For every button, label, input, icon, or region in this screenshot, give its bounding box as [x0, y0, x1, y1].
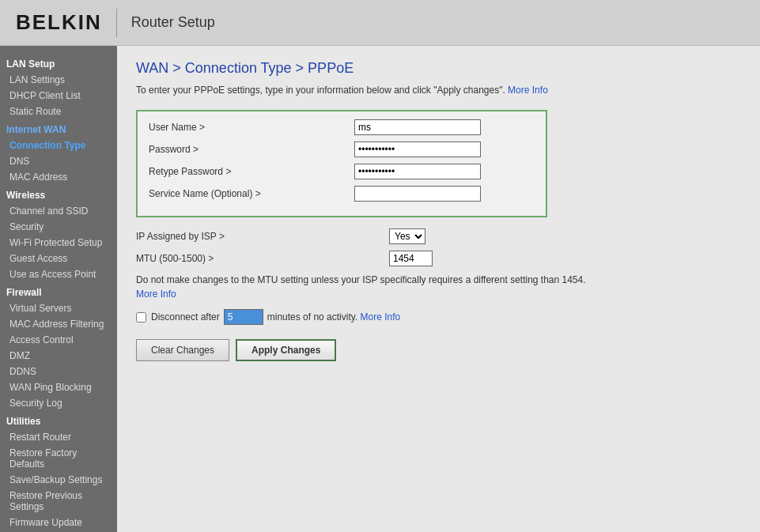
ip-assigned-row: IP Assigned by ISP > Yes No — [136, 228, 741, 244]
mtu-row: MTU (500-1500) > — [136, 251, 741, 266]
sidebar-item-guest-access[interactable]: Guest Access — [0, 251, 117, 266]
mtu-input[interactable] — [389, 251, 433, 266]
sidebar-item-mac-address-filtering[interactable]: MAC Address Filtering — [0, 316, 117, 332]
user-name-row: User Name > — [149, 119, 535, 135]
disconnect-label-before: Disconnect after — [151, 311, 220, 323]
outside-form: IP Assigned by ISP > Yes No MTU (500-150… — [136, 228, 741, 266]
sidebar-section-internet-wan: Internet WAN — [0, 119, 117, 138]
sidebar-item-channel-and-ssid[interactable]: Channel and SSID — [0, 203, 117, 219]
sidebar-item-access-control[interactable]: Access Control — [0, 332, 117, 348]
password-input[interactable] — [354, 141, 481, 157]
user-name-label: User Name > — [149, 122, 354, 133]
service-name-label: Service Name (Optional) > — [149, 188, 354, 199]
sidebar-item-lan-settings[interactable]: LAN Settings — [0, 72, 117, 88]
sidebar-item-ddns[interactable]: DDNS — [0, 364, 117, 379]
disconnect-row: Disconnect after minutes of no activity.… — [136, 309, 741, 325]
retype-password-label: Retype Password > — [149, 166, 354, 177]
main-content: WAN > Connection Type > PPPoE To enter y… — [117, 46, 760, 532]
sidebar: LAN Setup LAN Settings DHCP Client List … — [0, 46, 117, 532]
sidebar-item-use-as-access-point[interactable]: Use as Access Point — [0, 266, 117, 282]
password-label: Password > — [149, 144, 354, 155]
sidebar-item-dns[interactable]: DNS — [0, 153, 117, 169]
password-row: Password > — [149, 141, 535, 157]
sidebar-item-mac-address[interactable]: MAC Address — [0, 169, 117, 185]
service-name-row: Service Name (Optional) > — [149, 186, 535, 202]
sidebar-item-static-route[interactable]: Static Route — [0, 104, 117, 119]
description: To enter your PPPoE settings, type in yo… — [136, 85, 741, 96]
app-title: Router Setup — [131, 14, 215, 31]
mtu-note: Do not make changes to the MTU setting u… — [136, 274, 626, 285]
sidebar-item-restart-router[interactable]: Restart Router — [0, 429, 117, 445]
sidebar-section-wireless: Wireless — [0, 185, 117, 203]
sidebar-item-dmz[interactable]: DMZ — [0, 348, 117, 364]
disconnect-minutes-input[interactable] — [224, 309, 263, 325]
sidebar-item-restore-previous-settings[interactable]: Restore Previous Settings — [0, 488, 117, 515]
belkin-logo: BELKIN — [16, 10, 102, 35]
ip-assigned-label: IP Assigned by ISP > — [136, 231, 389, 242]
layout: LAN Setup LAN Settings DHCP Client List … — [0, 46, 760, 532]
mtu-label: MTU (500-1500) > — [136, 253, 389, 264]
sidebar-item-connection-type[interactable]: Connection Type — [0, 138, 117, 153]
apply-changes-button[interactable]: Apply Changes — [236, 339, 336, 361]
sidebar-item-dhcp-client-list[interactable]: DHCP Client List — [0, 88, 117, 104]
buttons-row: Clear Changes Apply Changes — [136, 339, 741, 361]
description-more-info-link[interactable]: More Info — [508, 85, 548, 96]
page-heading: WAN > Connection Type > PPPoE — [136, 60, 741, 77]
sidebar-section-firewall: Firewall — [0, 282, 117, 300]
sidebar-item-wan-ping-blocking[interactable]: WAN Ping Blocking — [0, 379, 117, 395]
clear-changes-button[interactable]: Clear Changes — [136, 339, 229, 361]
retype-password-input[interactable] — [354, 164, 481, 179]
user-name-input[interactable] — [354, 119, 481, 135]
retype-password-row: Retype Password > — [149, 164, 535, 179]
disconnect-label-after: minutes of no activity. — [267, 311, 358, 323]
sidebar-item-save-backup-settings[interactable]: Save/Backup Settings — [0, 472, 117, 488]
service-name-input[interactable] — [354, 186, 481, 202]
sidebar-section-utilities: Utilities — [0, 411, 117, 429]
mtu-more-info-link[interactable]: More Info — [136, 289, 176, 300]
logo-divider — [116, 9, 117, 37]
sidebar-item-virtual-servers[interactable]: Virtual Servers — [0, 300, 117, 316]
sidebar-section-lan-setup: LAN Setup — [0, 54, 117, 72]
ip-assigned-select[interactable]: Yes No — [389, 228, 425, 244]
disconnect-checkbox[interactable] — [136, 312, 146, 323]
header: BELKIN Router Setup — [0, 0, 760, 46]
sidebar-item-wifi-protected-setup[interactable]: Wi-Fi Protected Setup — [0, 235, 117, 251]
pppoe-form-section: User Name > Password > Retype Password >… — [136, 110, 547, 217]
sidebar-item-security[interactable]: Security — [0, 219, 117, 235]
sidebar-item-security-log[interactable]: Security Log — [0, 395, 117, 411]
disconnect-more-info-link[interactable]: More Info — [361, 311, 401, 323]
sidebar-item-firmware-update[interactable]: Firmware Update — [0, 515, 117, 530]
sidebar-item-restore-factory-defaults[interactable]: Restore Factory Defaults — [0, 445, 117, 472]
